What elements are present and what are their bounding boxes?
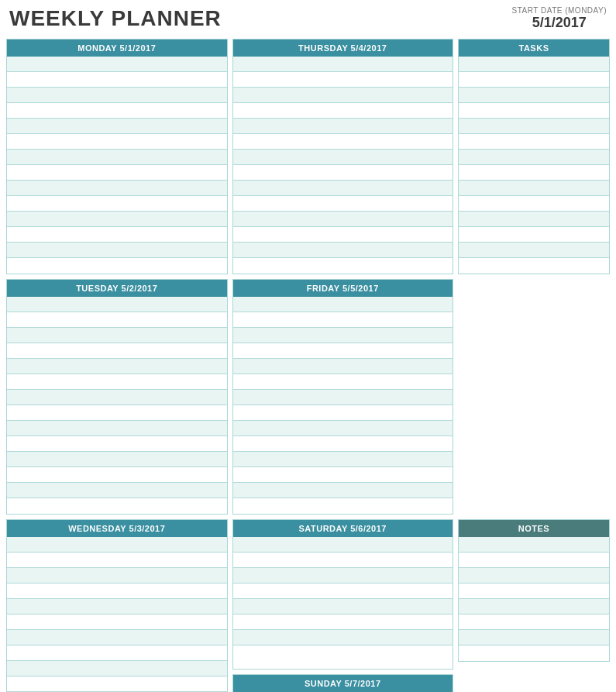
table-row[interactable] <box>459 103 609 119</box>
table-row[interactable] <box>7 405 227 421</box>
tuesday-header: TUESDAY 5/2/2017 <box>7 280 227 297</box>
table-row[interactable] <box>459 150 609 165</box>
table-row[interactable] <box>459 57 609 72</box>
table-row[interactable] <box>233 312 453 328</box>
table-row[interactable] <box>459 88 609 103</box>
table-row[interactable] <box>233 227 453 243</box>
table-row[interactable] <box>7 88 227 103</box>
table-row[interactable] <box>459 119 609 134</box>
table-row[interactable] <box>233 599 453 615</box>
table-row[interactable] <box>7 196 227 212</box>
table-row[interactable] <box>233 568 453 584</box>
table-row[interactable] <box>7 150 227 165</box>
table-row[interactable] <box>459 553 609 568</box>
table-row[interactable] <box>233 57 453 72</box>
table-row[interactable] <box>233 297 453 312</box>
table-row[interactable] <box>233 537 453 553</box>
table-row[interactable] <box>233 103 453 119</box>
table-row[interactable] <box>233 72 453 88</box>
table-row[interactable] <box>459 181 609 196</box>
table-row[interactable] <box>7 212 227 227</box>
table-row[interactable] <box>233 88 453 103</box>
table-row[interactable] <box>7 436 227 452</box>
table-row[interactable] <box>233 258 453 274</box>
table-row[interactable] <box>7 421 227 436</box>
table-row[interactable] <box>7 498 227 514</box>
table-row[interactable] <box>459 615 609 630</box>
table-row[interactable] <box>459 227 609 243</box>
table-row[interactable] <box>7 452 227 467</box>
table-row[interactable] <box>233 119 453 134</box>
table-row[interactable] <box>233 165 453 181</box>
table-row[interactable] <box>459 599 609 615</box>
table-row[interactable] <box>7 312 227 328</box>
table-row[interactable] <box>7 57 227 72</box>
notes-col: NOTES <box>458 519 610 692</box>
table-row[interactable] <box>459 165 609 181</box>
table-row[interactable] <box>459 537 609 553</box>
table-row[interactable] <box>233 483 453 498</box>
table-row[interactable] <box>233 498 453 514</box>
table-row[interactable] <box>7 584 227 599</box>
table-row[interactable] <box>7 103 227 119</box>
table-row[interactable] <box>233 390 453 405</box>
table-row[interactable] <box>233 328 453 343</box>
table-row[interactable] <box>7 615 227 630</box>
table-row[interactable] <box>7 165 227 181</box>
table-row[interactable] <box>459 212 609 227</box>
table-row[interactable] <box>7 72 227 88</box>
table-row[interactable] <box>459 646 609 661</box>
table-row[interactable] <box>7 134 227 150</box>
table-row[interactable] <box>7 374 227 390</box>
table-row[interactable] <box>7 119 227 134</box>
table-row[interactable] <box>459 72 609 88</box>
table-row[interactable] <box>459 134 609 150</box>
table-row[interactable] <box>7 467 227 483</box>
sunday-header: SUNDAY 5/7/2017 <box>233 675 453 692</box>
table-row[interactable] <box>7 343 227 359</box>
table-row[interactable] <box>233 212 453 227</box>
table-row[interactable] <box>233 150 453 165</box>
table-row[interactable] <box>7 630 227 646</box>
table-row[interactable] <box>7 243 227 258</box>
table-row[interactable] <box>233 467 453 483</box>
table-row[interactable] <box>7 390 227 405</box>
table-row[interactable] <box>233 421 453 436</box>
table-row[interactable] <box>233 630 453 646</box>
table-row[interactable] <box>7 599 227 615</box>
table-row[interactable] <box>7 359 227 374</box>
table-row[interactable] <box>7 328 227 343</box>
table-row[interactable] <box>7 677 227 692</box>
table-row[interactable] <box>7 227 227 243</box>
table-row[interactable] <box>233 359 453 374</box>
table-row[interactable] <box>233 553 453 568</box>
table-row[interactable] <box>7 483 227 498</box>
table-row[interactable] <box>7 258 227 274</box>
table-row[interactable] <box>7 661 227 677</box>
table-row[interactable] <box>233 181 453 196</box>
tasks-rows <box>459 57 609 274</box>
table-row[interactable] <box>233 374 453 390</box>
table-row[interactable] <box>233 134 453 150</box>
table-row[interactable] <box>7 181 227 196</box>
table-row[interactable] <box>459 243 609 258</box>
table-row[interactable] <box>7 646 227 661</box>
table-row[interactable] <box>233 405 453 421</box>
table-row[interactable] <box>7 297 227 312</box>
table-row[interactable] <box>459 258 609 274</box>
table-row[interactable] <box>7 568 227 584</box>
table-row[interactable] <box>459 630 609 646</box>
table-row[interactable] <box>7 553 227 568</box>
table-row[interactable] <box>459 568 609 584</box>
table-row[interactable] <box>459 584 609 599</box>
table-row[interactable] <box>233 436 453 452</box>
table-row[interactable] <box>233 452 453 467</box>
table-row[interactable] <box>233 646 453 661</box>
table-row[interactable] <box>233 196 453 212</box>
table-row[interactable] <box>233 243 453 258</box>
table-row[interactable] <box>7 537 227 553</box>
table-row[interactable] <box>233 615 453 630</box>
table-row[interactable] <box>459 196 609 212</box>
table-row[interactable] <box>233 584 453 599</box>
table-row[interactable] <box>233 343 453 359</box>
